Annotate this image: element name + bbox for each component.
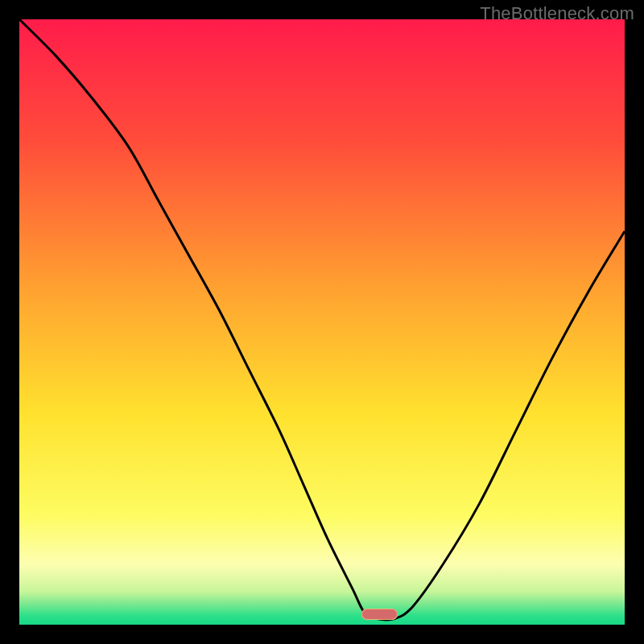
bottleneck-curve <box>19 19 625 625</box>
watermark-text: TheBottleneck.com <box>480 3 634 24</box>
optimal-marker <box>361 609 398 620</box>
outer-frame: TheBottleneck.com <box>0 0 644 644</box>
plot-area <box>19 19 625 625</box>
